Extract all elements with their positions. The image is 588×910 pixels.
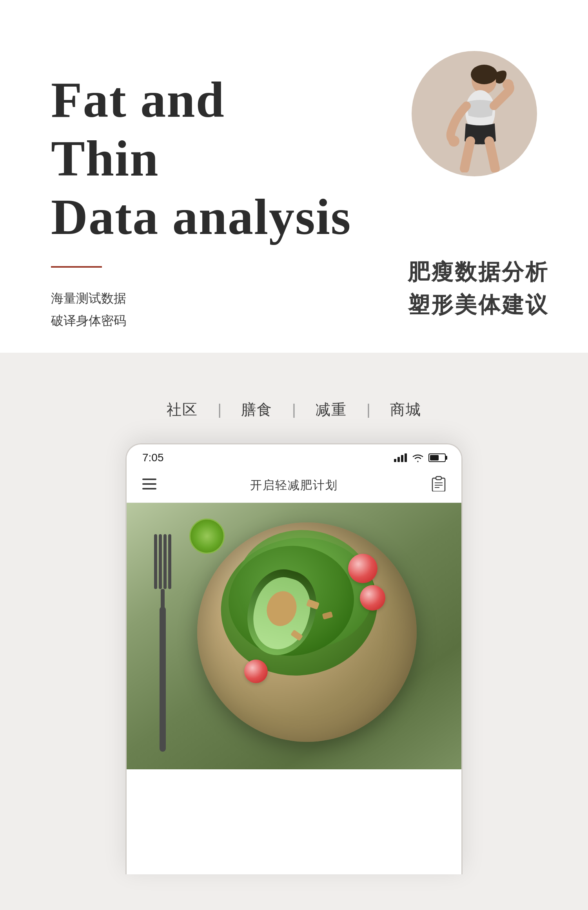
clipboard-icon[interactable]	[432, 476, 446, 495]
svg-rect-18	[159, 534, 162, 589]
svg-rect-6	[397, 457, 400, 462]
svg-rect-11	[142, 488, 156, 489]
status-icons	[394, 453, 446, 462]
hero-subtitle-left-line1: 海量测试数据	[51, 287, 351, 310]
battery-icon	[428, 453, 446, 462]
hero-section: Fat and Thin Data analysis 海量测试数据 破译身体密码	[0, 0, 588, 353]
signal-icon	[394, 453, 407, 462]
svg-rect-17	[154, 534, 157, 589]
hero-subtitle-right-line2: 塑形美体建议	[408, 288, 549, 321]
hero-subtitle-left: 海量测试数据 破译身体密码	[51, 287, 351, 332]
phone-mockup: 7:05	[125, 443, 463, 874]
hero-title: Fat and Thin Data analysis	[51, 71, 351, 247]
battery-fill	[430, 455, 439, 460]
hero-subtitle-left-line2: 破译身体密码	[51, 310, 351, 332]
nav-tab-weightloss[interactable]: 减重	[296, 400, 367, 420]
hero-divider	[51, 266, 102, 268]
svg-point-3	[448, 136, 459, 147]
wifi-icon	[412, 453, 424, 462]
nav-separator-2: |	[292, 401, 296, 418]
svg-rect-8	[405, 453, 407, 462]
nav-tabs: 社区 | 膳食 | 减重 | 商城	[0, 384, 588, 443]
hero-subtitle-right-text: 肥瘦数据分析 塑形美体建议	[408, 256, 549, 321]
bottom-section	[0, 874, 588, 910]
svg-rect-7	[401, 455, 403, 462]
status-bar: 7:05	[127, 444, 461, 468]
nav-separator-3: |	[367, 401, 370, 418]
hero-title-line1: Fat and	[51, 71, 225, 128]
svg-rect-22	[160, 607, 166, 752]
fork-icon	[150, 534, 181, 754]
svg-rect-20	[168, 534, 171, 589]
hero-title-line2: Thin	[51, 130, 159, 187]
svg-rect-9	[142, 479, 156, 480]
svg-point-1	[471, 65, 497, 84]
hero-left-content: Fat and Thin Data analysis 海量测试数据 破译身体密码	[51, 71, 351, 332]
nav-tab-community[interactable]: 社区	[147, 400, 218, 420]
food-image-area	[127, 503, 461, 769]
nav-tab-diet[interactable]: 膳食	[221, 400, 292, 420]
hamburger-icon-svg	[142, 479, 156, 489]
svg-rect-13	[436, 477, 441, 480]
hero-right-content	[412, 51, 537, 176]
hero-subtitle-right: 肥瘦数据分析 塑形美体建议	[408, 256, 549, 321]
svg-rect-21	[161, 589, 165, 609]
clipboard-icon-svg	[432, 476, 446, 491]
svg-rect-5	[394, 459, 396, 462]
salad-bowl	[197, 522, 417, 742]
nav-separator-1: |	[218, 401, 221, 418]
nav-section: 社区 | 膳食 | 减重 | 商城 7:05	[0, 353, 588, 874]
svg-rect-10	[142, 483, 156, 485]
app-header: 开启轻减肥计划	[127, 468, 461, 503]
app-header-title: 开启轻减肥计划	[250, 477, 338, 493]
hero-subtitle-right-line1: 肥瘦数据分析	[408, 256, 549, 288]
cucumber-slice	[189, 518, 225, 554]
hero-title-line3: Data analysis	[51, 189, 351, 245]
hero-circle-image	[412, 51, 537, 176]
svg-point-4	[503, 79, 514, 90]
status-time: 7:05	[142, 451, 164, 464]
fitness-woman-illustration	[419, 55, 529, 172]
hamburger-menu-icon[interactable]	[142, 478, 156, 493]
svg-rect-19	[163, 534, 167, 589]
phone-section: 7:05	[0, 443, 588, 874]
nav-tab-shop[interactable]: 商城	[370, 400, 441, 420]
